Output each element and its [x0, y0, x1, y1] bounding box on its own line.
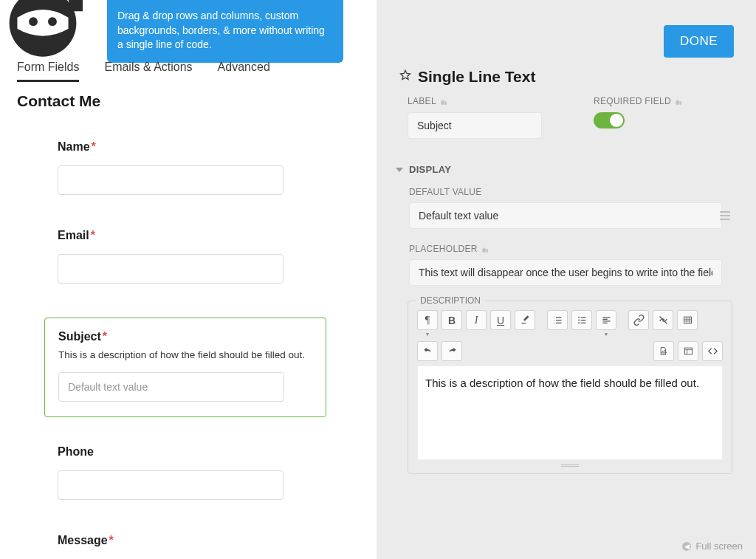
clear-format-button[interactable]: [515, 310, 535, 330]
label-setting: LABEL: [408, 96, 542, 139]
code-view-button[interactable]: [702, 341, 723, 361]
svg-rect-7: [684, 348, 692, 354]
description-editor[interactable]: This is a description of how the field s…: [417, 366, 723, 460]
svg-point-1: [29, 17, 38, 26]
svg-rect-6: [684, 317, 691, 323]
required-setting: REQUIRED FIELD: [594, 96, 683, 139]
unordered-list-button[interactable]: [571, 310, 592, 330]
thumbs-down-icon[interactable]: [440, 97, 448, 106]
toggle-knob: [610, 114, 623, 127]
fields-list: Name* Email* Subject* This is a descript…: [58, 140, 312, 559]
field-subject-description: This is a description of how the field s…: [58, 349, 312, 360]
fullscreen-icon: ◀: [682, 542, 691, 551]
paragraph-format-button[interactable]: ¶: [417, 310, 438, 330]
display-section-title: DISPLAY: [409, 164, 451, 175]
field-name-label: Name*: [58, 140, 312, 154]
field-subject-label: Subject*: [58, 330, 312, 343]
svg-point-4: [578, 320, 580, 321]
chevron-down-icon: [396, 168, 403, 172]
link-button[interactable]: [628, 310, 649, 330]
default-value-title: DEFAULT VALUE: [409, 187, 482, 197]
description-title: DESCRIPTION: [416, 295, 485, 306]
svg-point-3: [578, 317, 580, 318]
placeholder-input[interactable]: [409, 259, 722, 286]
insert-field-button[interactable]: [678, 341, 698, 361]
tab-emails-actions[interactable]: Emails & Actions: [104, 61, 192, 82]
done-button[interactable]: DONE: [664, 25, 734, 58]
ordered-list-button[interactable]: [547, 310, 568, 330]
label-setting-input[interactable]: [408, 112, 542, 139]
underline-button[interactable]: U: [490, 310, 511, 330]
field-subject-selected[interactable]: Subject* This is a description of how th…: [44, 318, 326, 417]
required-setting-title: REQUIRED FIELD: [594, 96, 671, 106]
required-indicator: *: [109, 534, 114, 546]
field-phone[interactable]: Phone: [58, 445, 312, 500]
label-setting-title: LABEL: [408, 96, 436, 106]
form-preview-panel: Drag & drop rows and columns, custom bac…: [0, 0, 377, 559]
thumbs-down-icon[interactable]: [675, 97, 683, 106]
editor-toolbar: ¶ ▾ B I U ▾: [417, 310, 723, 361]
chevron-down-icon: ▾: [605, 331, 608, 337]
display-section: DISPLAY DEFAULT VALUE PLACEHOLDER DESCRI…: [396, 164, 738, 474]
required-toggle[interactable]: [594, 112, 625, 128]
field-subject-input[interactable]: [58, 372, 284, 402]
star-outline-icon[interactable]: [399, 69, 412, 85]
media-button[interactable]: [653, 341, 674, 361]
field-email-input[interactable]: [58, 254, 284, 284]
builder-tabs: Form Fields Emails & Actions Advanced: [17, 61, 270, 82]
thumbs-down-icon[interactable]: [481, 245, 489, 253]
field-name-input[interactable]: [58, 165, 284, 195]
redo-button[interactable]: [441, 341, 462, 361]
resize-handle[interactable]: [561, 464, 579, 467]
required-indicator: *: [92, 140, 96, 153]
italic-button[interactable]: I: [466, 310, 487, 330]
unlink-button[interactable]: [653, 310, 673, 330]
field-email[interactable]: Email*: [58, 229, 312, 284]
form-title[interactable]: Contact Me: [17, 92, 100, 110]
placeholder-title: PLACEHOLDER: [409, 244, 478, 254]
drawer-title: Single Line Text: [418, 68, 535, 86]
field-email-label: Email*: [58, 229, 312, 242]
merge-tags-icon[interactable]: [718, 208, 732, 223]
field-message-label: Message*: [58, 534, 312, 547]
full-screen-link[interactable]: ◀ Full screen: [682, 541, 743, 552]
ninja-logo: [3, 0, 83, 59]
promo-tooltip: Drag & drop rows and columns, custom bac…: [107, 0, 343, 63]
field-message[interactable]: Message*: [58, 534, 312, 559]
bold-button[interactable]: B: [441, 310, 462, 330]
align-button[interactable]: [596, 310, 616, 330]
required-indicator: *: [103, 330, 107, 343]
tab-advanced[interactable]: Advanced: [218, 61, 270, 82]
field-phone-label: Phone: [58, 445, 312, 459]
description-fieldset: DESCRIPTION ¶ ▾ B I U ▾: [408, 301, 732, 474]
field-settings-drawer: Single Line Text LABEL REQUIRED FIELD DI…: [399, 68, 738, 474]
svg-point-5: [578, 322, 580, 323]
default-value-input[interactable]: [409, 202, 722, 229]
undo-button[interactable]: [417, 341, 438, 361]
svg-point-2: [48, 17, 57, 26]
chevron-down-icon: ▾: [426, 331, 429, 337]
field-phone-input[interactable]: [58, 470, 284, 500]
table-button[interactable]: [677, 310, 698, 330]
field-name[interactable]: Name*: [58, 140, 312, 195]
required-indicator: *: [91, 229, 95, 241]
tab-form-fields[interactable]: Form Fields: [17, 61, 79, 82]
display-section-header[interactable]: DISPLAY: [396, 164, 738, 175]
